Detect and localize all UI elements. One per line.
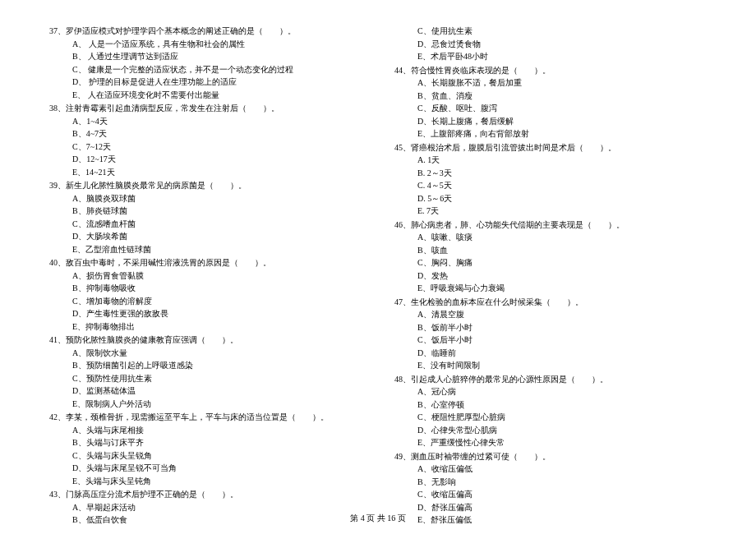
q41-e: E、限制病人户外活动 bbox=[49, 398, 362, 411]
q40-d: D、产生毒性更强的敌敌畏 bbox=[49, 307, 362, 320]
q44-c: C、反酸、呕吐、腹泻 bbox=[394, 102, 707, 115]
q41-b: B、预防细菌引起的上呼吸道感染 bbox=[49, 359, 362, 372]
content-columns: 37、罗伊适应模式对护理学四个基本概念的阐述正确的是（ ）。 A、 人是一个适应… bbox=[49, 25, 707, 501]
q37-c: C、 健康是一个完整的适应状态，并不是一个动态变化的过程 bbox=[49, 63, 362, 76]
q39-e: E、乙型溶血性链球菌 bbox=[49, 243, 362, 256]
q43-e: E、术后平卧48小时 bbox=[394, 50, 707, 63]
q39-stem: 39、新生儿化脓性脑膜炎最常见的病原菌是（ ）。 bbox=[49, 179, 362, 192]
q48-a: A、冠心病 bbox=[394, 385, 707, 398]
q40-e: E、抑制毒物排出 bbox=[49, 320, 362, 334]
q48-stem: 48、引起成人心脏猝停的最常见的心源性原因是（ ）。 bbox=[394, 373, 707, 386]
question-40: 40、敌百虫中毒时，不采用碱性溶液洗胃的原因是（ ）。 A、损伤胃食管黏膜 B、… bbox=[49, 256, 362, 333]
q41-c: C、预防性使用抗生素 bbox=[49, 372, 362, 385]
q37-e: E、 人在适应环境变化时不需要付出能量 bbox=[49, 89, 362, 102]
question-45: 45、肾癌根治术后，腹膜后引流管拔出时间是术后（ ）。 A. 1天 B. 2～3… bbox=[394, 141, 707, 218]
q38-b: B、4~7天 bbox=[49, 127, 362, 140]
question-39: 39、新生儿化脓性脑膜炎最常见的病原菌是（ ）。 A、脑膜炎双球菌 B、肺炎链球… bbox=[49, 179, 362, 255]
q42-a: A、头端与床尾相接 bbox=[49, 424, 362, 437]
q37-b: B、 人通过生理调节达到适应 bbox=[49, 50, 362, 63]
q40-c: C、增加毒物的溶解度 bbox=[49, 295, 362, 308]
q44-b: B、贫血、消瘦 bbox=[394, 90, 707, 103]
q40-b: B、抑制毒物吸收 bbox=[49, 282, 362, 295]
q47-d: D、临睡前 bbox=[394, 347, 707, 360]
q45-a: A. 1天 bbox=[394, 154, 707, 167]
q45-b: B. 2～3天 bbox=[394, 167, 707, 180]
q39-c: C、流感嗜血杆菌 bbox=[49, 218, 362, 231]
q48-e: E、严重缓慢性心律失常 bbox=[394, 436, 707, 449]
q48-c: C、梗阻性肥厚型心脏病 bbox=[394, 411, 707, 424]
q45-stem: 45、肾癌根治术后，腹膜后引流管拔出时间是术后（ ）。 bbox=[394, 141, 707, 154]
q45-d: D. 5～6天 bbox=[394, 192, 707, 205]
q49-stem: 49、测血压时袖带缠的过紧可使（ ）。 bbox=[394, 450, 707, 463]
right-column: C、使用抗生素 D、忌食过烫食物 E、术后平卧48小时 44、符合慢性胃炎临床表… bbox=[394, 25, 707, 501]
question-44: 44、符合慢性胃炎临床表现的是（ ）。 A、长期腹胀不适，餐后加重 B、贫血、消… bbox=[394, 64, 707, 140]
q43-d: D、忌食过烫食物 bbox=[394, 38, 707, 51]
question-37: 37、罗伊适应模式对护理学四个基本概念的阐述正确的是（ ）。 A、 人是一个适应… bbox=[49, 25, 362, 101]
q38-c: C、7~12天 bbox=[49, 140, 362, 154]
q42-d: D、头端与床尾呈锐不可当角 bbox=[49, 462, 362, 475]
left-column: 37、罗伊适应模式对护理学四个基本概念的阐述正确的是（ ）。 A、 人是一个适应… bbox=[49, 25, 362, 501]
question-46: 46、肺心病患者，肺、心功能失代偿期的主要表现是（ ）。 A、咳嗽、咳痰 B、咳… bbox=[394, 219, 707, 295]
q44-a: A、长期腹胀不适，餐后加重 bbox=[394, 76, 707, 90]
q40-a: A、损伤胃食管黏膜 bbox=[49, 269, 362, 283]
question-41: 41、预防化脓性脑膜炎的健康教育应强调（ ）。 A、限制饮水量 B、预防细菌引起… bbox=[49, 334, 362, 410]
q43-c: C、使用抗生素 bbox=[394, 25, 707, 38]
q49-c: C、收缩压偏高 bbox=[394, 488, 707, 501]
q38-a: A、1~4天 bbox=[49, 115, 362, 128]
q46-d: D、发热 bbox=[394, 269, 707, 283]
q42-c: C、头端与床头呈锐角 bbox=[49, 449, 362, 463]
question-42: 42、李某，颈椎骨折，现需搬运至平车上，平车与床的适当位置是（ ）。 A、头端与… bbox=[49, 411, 362, 487]
q37-stem: 37、罗伊适应模式对护理学四个基本概念的阐述正确的是（ ）。 bbox=[49, 25, 362, 38]
q44-d: D、长期上腹痛，餐后缓解 bbox=[394, 115, 707, 128]
q46-b: B、咳血 bbox=[394, 244, 707, 257]
q38-d: D、12~17天 bbox=[49, 153, 362, 166]
q37-a: A、 人是一个适应系统，具有生物和社会的属性 bbox=[49, 38, 362, 51]
q49-b: B、无影响 bbox=[394, 476, 707, 489]
q38-stem: 38、注射青霉素引起血清病型反应，常发生在注射后（ ）。 bbox=[49, 102, 362, 115]
q39-d: D、大肠埃希菌 bbox=[49, 230, 362, 243]
q42-b: B、头端与订床平齐 bbox=[49, 436, 362, 449]
q46-a: A、咳嗽、咳痰 bbox=[394, 231, 707, 244]
q40-stem: 40、敌百虫中毒时，不采用碱性溶液洗胃的原因是（ ）。 bbox=[49, 256, 362, 269]
q49-d: D、舒张压偏高 bbox=[394, 501, 707, 514]
question-48: 48、引起成人心脏猝停的最常见的心源性原因是（ ）。 A、冠心病 B、心室停顿 … bbox=[394, 373, 707, 449]
q47-b: B、饭前半小时 bbox=[394, 321, 707, 334]
q48-d: D、心律失常型心肌病 bbox=[394, 424, 707, 437]
q46-e: E、呼吸衰竭与心力衰竭 bbox=[394, 282, 707, 295]
q44-stem: 44、符合慢性胃炎临床表现的是（ ）。 bbox=[394, 64, 707, 77]
question-43-cont: C、使用抗生素 D、忌食过烫食物 E、术后平卧48小时 bbox=[394, 25, 707, 63]
q42-e: E、头端与床头呈钝角 bbox=[49, 475, 362, 488]
q41-d: D、监测基础体温 bbox=[49, 384, 362, 398]
q45-e: E. 7天 bbox=[394, 205, 707, 218]
q47-stem: 47、生化检验的血标本应在什么时候采集（ ）。 bbox=[394, 296, 707, 309]
q47-a: A、清晨空腹 bbox=[394, 308, 707, 321]
q38-e: E、14~21天 bbox=[49, 166, 362, 179]
q42-stem: 42、李某，颈椎骨折，现需搬运至平车上，平车与床的适当位置是（ ）。 bbox=[49, 411, 362, 424]
q39-b: B、肺炎链球菌 bbox=[49, 205, 362, 218]
question-47: 47、生化检验的血标本应在什么时候采集（ ）。 A、清晨空腹 B、饭前半小时 C… bbox=[394, 296, 707, 372]
q46-stem: 46、肺心病患者，肺、心功能失代偿期的主要表现是（ ）。 bbox=[394, 219, 707, 232]
q37-d: D、 护理的目标是促进人在生理功能上的适应 bbox=[49, 76, 362, 89]
q41-stem: 41、预防化脓性脑膜炎的健康教育应强调（ ）。 bbox=[49, 334, 362, 347]
q46-c: C、胸闷、胸痛 bbox=[394, 256, 707, 269]
q43-a: A、早期起床活动 bbox=[49, 501, 362, 514]
q41-a: A、限制饮水量 bbox=[49, 347, 362, 360]
q47-c: C、饭后半小时 bbox=[394, 334, 707, 347]
q43-stem: 43、门脉高压症分流术后护理不正确的是（ ）。 bbox=[49, 488, 362, 501]
q47-e: E、没有时间限制 bbox=[394, 359, 707, 372]
q48-b: B、心室停顿 bbox=[394, 398, 707, 412]
page-footer: 第 4 页 共 16 页 bbox=[0, 513, 756, 524]
q49-a: A、收缩压偏低 bbox=[394, 463, 707, 476]
q44-e: E、上腹部疼痛，向右背部放射 bbox=[394, 127, 707, 140]
question-38: 38、注射青霉素引起血清病型反应，常发生在注射后（ ）。 A、1~4天 B、4~… bbox=[49, 102, 362, 178]
q39-a: A、脑膜炎双球菌 bbox=[49, 192, 362, 205]
q45-c: C. 4～5天 bbox=[394, 179, 707, 192]
